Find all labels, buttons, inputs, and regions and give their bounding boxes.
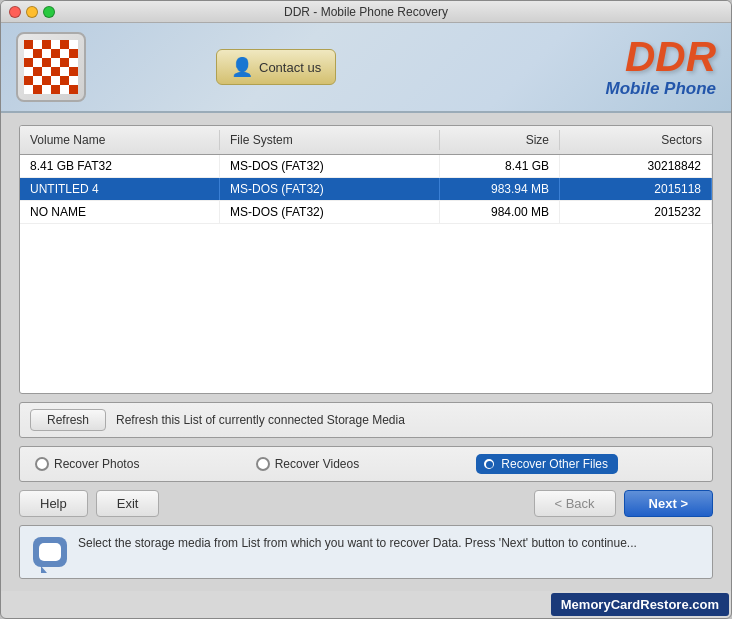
cell-volume: 8.41 GB FAT32 <box>20 155 220 177</box>
checker-cell <box>24 49 33 58</box>
checker-cell <box>69 58 78 67</box>
radio-other-circle <box>482 457 496 471</box>
checker-cell <box>51 67 60 76</box>
speech-bubble-inner <box>39 543 61 561</box>
button-bar: Help Exit < Back Next > <box>19 490 713 517</box>
contact-button[interactable]: 👤 Contact us <box>216 49 336 85</box>
radio-other-label: Recover Other Files <box>501 457 608 471</box>
table-row[interactable]: 8.41 GB FAT32 MS-DOS (FAT32) 8.41 GB 302… <box>20 155 712 178</box>
window-title: DDR - Mobile Phone Recovery <box>284 5 448 19</box>
help-button[interactable]: Help <box>19 490 88 517</box>
options-bar: Recover Photos Recover Videos Recover Ot… <box>19 446 713 482</box>
checker-cell <box>24 58 33 67</box>
radio-photos-circle <box>35 457 49 471</box>
brand-label: MemoryCardRestore.com <box>551 593 729 616</box>
cell-size: 984.00 MB <box>440 201 560 223</box>
checker-cell <box>69 49 78 58</box>
checker-cell <box>42 49 51 58</box>
refresh-description: Refresh this List of currently connected… <box>116 413 405 427</box>
checker-cell <box>42 58 51 67</box>
contact-icon: 👤 <box>231 56 253 78</box>
footer: MemoryCardRestore.com <box>1 591 731 618</box>
checker-cell <box>69 40 78 49</box>
status-bar: Select the storage media from List from … <box>19 525 713 579</box>
checker-cell <box>60 85 69 94</box>
checker-cell <box>51 40 60 49</box>
option-recover-photos[interactable]: Recover Photos <box>35 457 256 471</box>
cell-volume: UNTITLED 4 <box>20 178 220 200</box>
checker-cell <box>33 49 42 58</box>
checker-cell <box>51 49 60 58</box>
col-file-system: File System <box>220 130 440 150</box>
checker-cell <box>42 67 51 76</box>
checker-logo-grid <box>24 40 78 94</box>
checker-cell <box>33 85 42 94</box>
titlebar: DDR - Mobile Phone Recovery <box>1 1 731 23</box>
table-body: 8.41 GB FAT32 MS-DOS (FAT32) 8.41 GB 302… <box>20 155 712 224</box>
checker-cell <box>51 85 60 94</box>
refresh-button[interactable]: Refresh <box>30 409 106 431</box>
cell-sectors: 2015118 <box>560 178 712 200</box>
checker-cell <box>33 40 42 49</box>
next-button[interactable]: Next > <box>624 490 713 517</box>
checker-cell <box>42 40 51 49</box>
radio-videos-label: Recover Videos <box>275 457 360 471</box>
cell-volume: NO NAME <box>20 201 220 223</box>
checker-cell <box>33 67 42 76</box>
cell-size: 983.94 MB <box>440 178 560 200</box>
option-recover-videos[interactable]: Recover Videos <box>256 457 477 471</box>
checker-cell <box>51 58 60 67</box>
back-button[interactable]: < Back <box>534 490 616 517</box>
col-volume-name: Volume Name <box>20 130 220 150</box>
refresh-bar: Refresh Refresh this List of currently c… <box>19 402 713 438</box>
radio-videos-circle <box>256 457 270 471</box>
status-icon <box>32 534 68 570</box>
minimize-button[interactable] <box>26 6 38 18</box>
checker-cell <box>60 49 69 58</box>
checker-cell <box>51 76 60 85</box>
exit-button[interactable]: Exit <box>96 490 160 517</box>
contact-label: Contact us <box>259 60 321 75</box>
header-banner: 👤 Contact us DDR Mobile Phone <box>1 23 731 113</box>
cell-size: 8.41 GB <box>440 155 560 177</box>
table-row[interactable]: NO NAME MS-DOS (FAT32) 984.00 MB 2015232 <box>20 201 712 224</box>
checker-cell <box>60 58 69 67</box>
col-sectors: Sectors <box>560 130 712 150</box>
checker-cell <box>60 76 69 85</box>
ddr-title: DDR <box>625 33 716 81</box>
checker-cell <box>42 85 51 94</box>
maximize-button[interactable] <box>43 6 55 18</box>
status-message: Select the storage media from List from … <box>78 534 637 552</box>
window-controls <box>9 6 55 18</box>
speech-bubble-icon <box>33 537 67 567</box>
cell-sectors: 2015232 <box>560 201 712 223</box>
main-window: DDR - Mobile Phone Recovery 👤 Contact us… <box>0 0 732 619</box>
checker-cell <box>24 40 33 49</box>
option-recover-other[interactable]: Recover Other Files <box>476 454 697 474</box>
cell-fs: MS-DOS (FAT32) <box>220 178 440 200</box>
checker-cell <box>69 85 78 94</box>
col-size: Size <box>440 130 560 150</box>
app-logo <box>16 32 86 102</box>
cell-sectors: 30218842 <box>560 155 712 177</box>
checker-cell <box>33 58 42 67</box>
checker-cell <box>69 67 78 76</box>
main-content: Volume Name File System Size Sectors 8.4… <box>1 113 731 591</box>
checker-cell <box>24 76 33 85</box>
checker-cell <box>42 76 51 85</box>
cell-fs: MS-DOS (FAT32) <box>220 201 440 223</box>
volume-table: Volume Name File System Size Sectors 8.4… <box>19 125 713 394</box>
cell-fs: MS-DOS (FAT32) <box>220 155 440 177</box>
checker-cell <box>33 76 42 85</box>
checker-cell <box>60 40 69 49</box>
app-subtitle: Mobile Phone <box>606 79 717 99</box>
checker-cell <box>24 85 33 94</box>
checker-cell <box>60 67 69 76</box>
radio-photos-label: Recover Photos <box>54 457 139 471</box>
checker-cell <box>24 67 33 76</box>
close-button[interactable] <box>9 6 21 18</box>
table-row[interactable]: UNTITLED 4 MS-DOS (FAT32) 983.94 MB 2015… <box>20 178 712 201</box>
table-header: Volume Name File System Size Sectors <box>20 126 712 155</box>
checker-cell <box>69 76 78 85</box>
